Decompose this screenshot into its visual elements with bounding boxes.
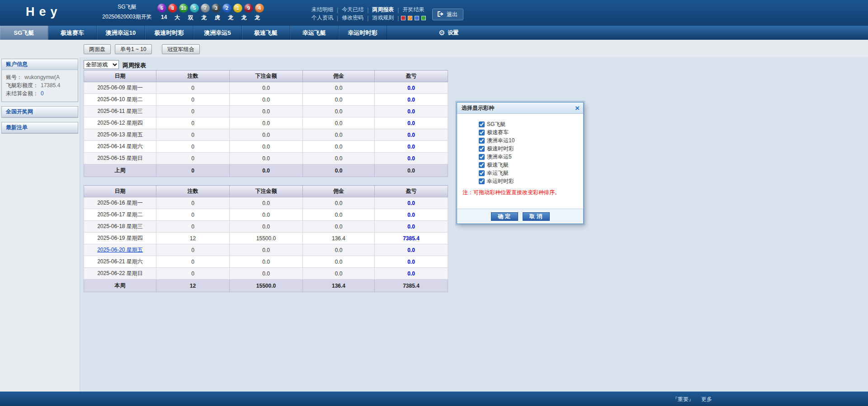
footer-link-important[interactable]: 『重要』 [672, 396, 694, 403]
table-row: 2025-06-21 星期六00.00.00.0 [84, 256, 448, 268]
header-link[interactable]: 个人资讯 [311, 14, 333, 22]
nav-tabs: SG飞艇极速赛车澳洲幸运10极速时时彩澳洲幸运5极速飞艇幸运飞艇幸运时时彩 [0, 26, 868, 40]
modal-footer: 确定 取消 [457, 209, 583, 224]
separator: | [397, 15, 399, 21]
header-row: 日期注数下注金额佣金盈亏 [84, 70, 448, 82]
lottery-option[interactable]: 极速飞艇 [479, 161, 583, 169]
field-value: wukongymw(A [24, 74, 60, 80]
account-field: 飞艇彩额度：17385.4 [6, 81, 74, 89]
nav-tab[interactable]: SG飞艇 [0, 26, 48, 40]
amount-cell: 0.0 [230, 244, 303, 256]
lottery-ball: 7 [201, 4, 210, 13]
nav-tab[interactable]: 极速时时彩 [145, 26, 193, 40]
column-header: 下注金额 [230, 186, 303, 197]
amount-cell: 0.0 [230, 164, 303, 177]
bets-cell: 0 [156, 153, 230, 164]
lottery-option[interactable]: 幸运时时彩 [479, 177, 583, 185]
commission-cell: 0.0 [303, 197, 375, 209]
theme-swatch-red[interactable] [401, 16, 406, 20]
modal-note: 注：可拖动彩种位置直接改变彩种排序。 [462, 189, 583, 196]
bets-cell: 0 [156, 106, 230, 117]
select-lottery-modal: 选择显示彩种 × SG飞艇极速赛车澳洲幸运10极速时时彩澳洲幸运5极速飞艇幸运飞… [457, 102, 584, 224]
header-link[interactable]: 修改密码 [342, 14, 363, 22]
nav-tab[interactable]: 极速飞艇 [242, 26, 290, 40]
header-links-row1: 未结明细|今天已结|两周报表|开奖结果 [308, 6, 428, 14]
confirm-button[interactable]: 确定 [491, 212, 518, 221]
lottery-option-checkbox[interactable] [479, 178, 485, 184]
footer-link-more[interactable]: 更多 [701, 396, 712, 403]
date-link[interactable]: 2025-06-20 星期五 [84, 244, 156, 256]
lottery-option-checkbox[interactable] [479, 162, 485, 168]
subnav-button[interactable]: 两面盘 [84, 44, 111, 54]
lottery-ball: 9 [244, 4, 253, 13]
subnav-button[interactable]: 单号1 ~ 10 [115, 44, 152, 54]
commission-cell: 0.0 [303, 129, 375, 141]
header-link[interactable]: 开奖结果 [402, 6, 424, 14]
game-select[interactable]: 全部游戏 [84, 60, 119, 69]
logout-label: 退出 [447, 11, 458, 19]
amount-cell: 0.0 [230, 209, 303, 221]
amount-cell: 15500.0 [230, 233, 303, 244]
sidebar-panel-header[interactable]: 全国开奖网 [2, 107, 78, 117]
lottery-option[interactable]: 幸运飞艇 [479, 169, 583, 177]
separator: | [337, 15, 338, 21]
theme-swatch-blue[interactable] [415, 16, 419, 20]
lottery-option-label: 澳洲幸运10 [487, 137, 514, 145]
nav-tab[interactable]: 幸运时时彩 [339, 26, 387, 40]
lottery-option-checkbox[interactable] [479, 130, 485, 135]
modal-title: 选择显示彩种 [462, 105, 494, 111]
lottery-option-checkbox[interactable] [479, 138, 485, 144]
amount-cell: 0.0 [230, 129, 303, 141]
nav-tab[interactable]: 幸运飞艇 [290, 26, 339, 40]
table-row: 2025-06-11 星期三00.00.00.0 [84, 106, 448, 117]
lottery-option-checkbox[interactable] [479, 121, 485, 127]
cancel-button[interactable]: 取消 [523, 212, 550, 221]
amount-cell: 0.0 [230, 117, 303, 129]
sidebar-panel: 全国开奖网 [1, 106, 78, 118]
field-label: 飞艇彩额度： [6, 82, 38, 89]
lottery-option[interactable]: 澳洲幸运10 [479, 136, 583, 145]
subnav-button[interactable]: 冠亚军组合 [162, 44, 200, 54]
profit-cell: 7385.4 [375, 233, 448, 244]
table-row: 2025-06-20 星期五00.00.00.0 [84, 244, 448, 256]
lottery-option[interactable]: 澳洲幸运5 [479, 153, 583, 161]
profit-cell: 0.0 [375, 197, 448, 209]
bets-cell: 0 [156, 141, 230, 153]
header-link[interactable]: 两周报表 [372, 6, 394, 14]
lottery-option[interactable]: 极速赛车 [479, 128, 583, 136]
lottery-option-checkbox[interactable] [479, 170, 485, 176]
lottery-option[interactable]: SG飞艇 [479, 120, 583, 128]
bets-cell: 0 [156, 94, 230, 106]
table-row: 2025-06-13 星期五00.00.00.0 [84, 129, 448, 141]
profit-cell: 0.0 [375, 209, 448, 221]
settings-button[interactable]: ⚙ 设置 [439, 26, 458, 40]
header-link[interactable]: 未结明细 [311, 6, 333, 14]
commission-cell: 0.0 [303, 117, 375, 129]
amount-cell: 0.0 [230, 221, 303, 233]
nav-tab[interactable]: 澳洲幸运10 [97, 26, 145, 40]
sidebar-panel-header[interactable]: 最新注单 [2, 122, 78, 133]
lottery-option-checkbox[interactable] [479, 146, 485, 152]
close-icon[interactable]: × [575, 103, 580, 114]
nav-tab[interactable]: 极速赛车 [48, 26, 97, 40]
header-link[interactable]: 游戏规则 [372, 14, 394, 22]
lottery-option-checkbox[interactable] [479, 154, 485, 160]
logout-button[interactable]: 退出 [432, 9, 463, 20]
site-logo[interactable]: Hey [26, 5, 62, 19]
total-row: 上周00.00.00.0 [84, 164, 448, 177]
header-link[interactable]: 今天已结 [342, 6, 363, 14]
settings-label: 设置 [448, 29, 458, 37]
account-panel-header[interactable]: 账户信息 [2, 59, 78, 70]
table-row: 2025-06-18 星期三00.00.00.0 [84, 221, 448, 233]
lottery-option[interactable]: 极速时时彩 [479, 145, 583, 153]
theme-swatch-orange[interactable]: ✓ [408, 16, 412, 20]
amount-cell: 15500.0 [230, 280, 303, 292]
commission-cell: 0.0 [303, 244, 375, 256]
draw-attr: 双 [184, 14, 198, 22]
date-cell: 2025-06-19 星期四 [84, 233, 156, 244]
draw-name: SG飞艇 [99, 3, 155, 11]
nav-tab[interactable]: 澳洲幸运5 [193, 26, 242, 40]
theme-swatch-green[interactable] [421, 16, 426, 20]
lottery-ball: 5 [190, 4, 199, 13]
account-panel: 账户信息 账号：wukongymw(A飞艇彩额度：17385.4未结算金额：0 [1, 59, 78, 102]
